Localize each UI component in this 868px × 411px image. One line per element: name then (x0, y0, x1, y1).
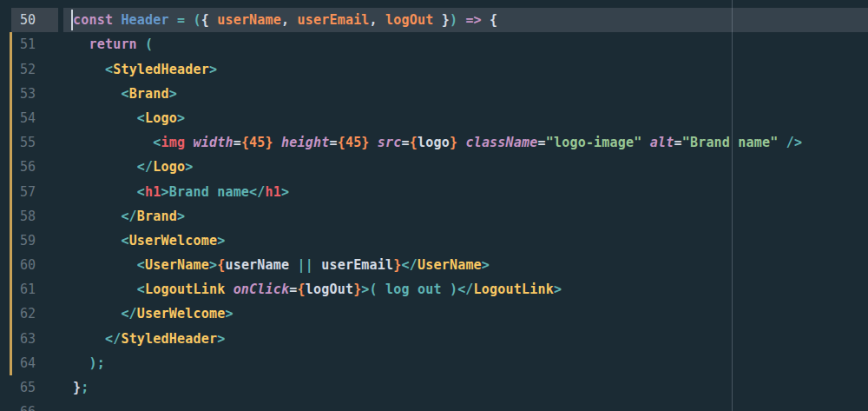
line-number: 52 (0, 57, 36, 82)
code-token: = (233, 135, 241, 150)
code-line-65[interactable]: 65}; (0, 375, 868, 400)
code-token: userName (217, 12, 281, 28)
code-token: > (209, 257, 217, 273)
code-token: </ (121, 209, 136, 224)
code-token: UserName (418, 257, 482, 273)
code-token: > (169, 86, 177, 102)
code-token: logOut (306, 282, 353, 297)
code-token: > (177, 209, 185, 224)
line-number: 49 (0, 0, 36, 8)
code-text: <UserWelcome> (73, 229, 225, 253)
code-token: const (73, 12, 121, 28)
code-token: ( (145, 36, 153, 52)
code-text: </StyledHeader> (73, 327, 225, 351)
line-number: 59 (0, 229, 36, 253)
code-token: > (161, 184, 169, 200)
code-token: { (298, 282, 306, 297)
code-line-60[interactable]: 60 <UserName>{userName || userEmail}</Us… (0, 253, 868, 277)
code-token: } (450, 135, 457, 150)
code-token: Brand (129, 86, 169, 102)
code-line-63[interactable]: 63 </StyledHeader> (0, 327, 868, 351)
code-editor[interactable]: 4950const Header = ({ userName, userEmai… (0, 0, 868, 411)
code-token: = (674, 135, 681, 150)
code-token: </ (249, 184, 265, 200)
code-text: <h1>Brand name</h1> (73, 180, 289, 204)
code-token: > (209, 62, 217, 77)
code-token: h1 (145, 184, 161, 200)
code-token: </ (121, 306, 136, 322)
code-token: < (153, 135, 161, 150)
code-token: /> (778, 135, 802, 150)
code-line-66[interactable]: 66 (0, 400, 868, 411)
code-token: "logo-image" (546, 135, 642, 150)
code-text: <Brand> (73, 82, 177, 106)
code-line-54[interactable]: 54 <Logo> (0, 106, 868, 130)
code-token: logo (418, 135, 450, 150)
code-line-58[interactable]: 58 </Brand> (0, 204, 868, 229)
code-token: > (225, 306, 233, 322)
code-text: <Logo> (73, 106, 185, 130)
code-text: <LogoutLink onClick={logOut}>( log out )… (73, 277, 562, 302)
code-token: = (402, 135, 410, 150)
code-token: => (465, 12, 481, 28)
code-line-59[interactable]: 59 <UserWelcome> (0, 229, 868, 253)
code-token: || (289, 257, 321, 273)
code-text: }; (73, 375, 89, 400)
code-token: } (73, 380, 81, 395)
code-line-50[interactable]: 50const Header = ({ userName, userEmail,… (0, 8, 868, 32)
code-line-56[interactable]: 56 </Logo> (0, 155, 868, 179)
line-number: 60 (0, 253, 36, 277)
code-token: StyledHeader (121, 331, 217, 347)
code-token: ); (89, 355, 104, 371)
code-line-61[interactable]: 61 <LogoutLink onClick={logOut}>( log ou… (0, 277, 868, 302)
code-token: UserName (145, 257, 209, 273)
code-token: < (121, 86, 128, 102)
code-token: , (281, 12, 297, 28)
code-line-55[interactable]: 55 <img width={45} height={45} src={logo… (0, 130, 868, 155)
code-text: return ( (73, 32, 153, 56)
code-token: { (201, 12, 217, 28)
code-token: width (193, 135, 233, 150)
code-line-49[interactable]: 49 (0, 0, 868, 8)
code-token: img (161, 135, 186, 150)
code-token: userEmail (298, 12, 370, 28)
code-token: userName (225, 257, 289, 273)
code-token: > (554, 282, 562, 297)
line-number: 63 (0, 327, 36, 351)
code-token (225, 282, 233, 297)
code-token: userEmail (321, 257, 393, 273)
code-line-51[interactable]: 51 return ( (0, 32, 868, 56)
code-line-62[interactable]: 62 </UserWelcome> (0, 302, 868, 326)
line-number: 53 (0, 82, 36, 106)
code-token: src (378, 135, 402, 150)
code-text: const Header = ({ userName, userEmail, l… (73, 8, 497, 32)
code-token: h1 (266, 184, 281, 200)
code-token: = (289, 282, 297, 297)
code-token: </ (137, 159, 153, 175)
code-line-57[interactable]: 57 <h1>Brand name</h1> (0, 180, 868, 204)
code-token: alt (650, 135, 674, 150)
code-token: Brand (137, 209, 177, 224)
code-text: ); (73, 351, 105, 375)
code-line-52[interactable]: 52 <StyledHeader> (0, 57, 868, 82)
code-lines: 4950const Header = ({ userName, userEmai… (0, 0, 868, 411)
code-token: onClick (233, 282, 290, 297)
code-token: > (281, 184, 289, 200)
code-token: UserWelcome (129, 233, 218, 249)
code-token: Brand name (169, 184, 249, 200)
code-token: LogoutLink (145, 282, 225, 297)
code-token: } (433, 12, 449, 28)
code-token: Logo (145, 110, 177, 126)
code-token: {45} (241, 135, 273, 150)
code-token: return (89, 36, 145, 52)
line-number: 57 (0, 180, 36, 204)
line-number: 58 (0, 204, 36, 229)
code-line-64[interactable]: 64 ); (0, 351, 868, 375)
code-token: LogoutLink (474, 282, 554, 297)
code-token: className (465, 135, 537, 150)
code-token: </ (457, 282, 473, 297)
code-token: "Brand name" (682, 135, 779, 150)
code-token: < (137, 184, 145, 200)
code-line-53[interactable]: 53 <Brand> (0, 82, 868, 106)
code-token: height (281, 135, 329, 150)
